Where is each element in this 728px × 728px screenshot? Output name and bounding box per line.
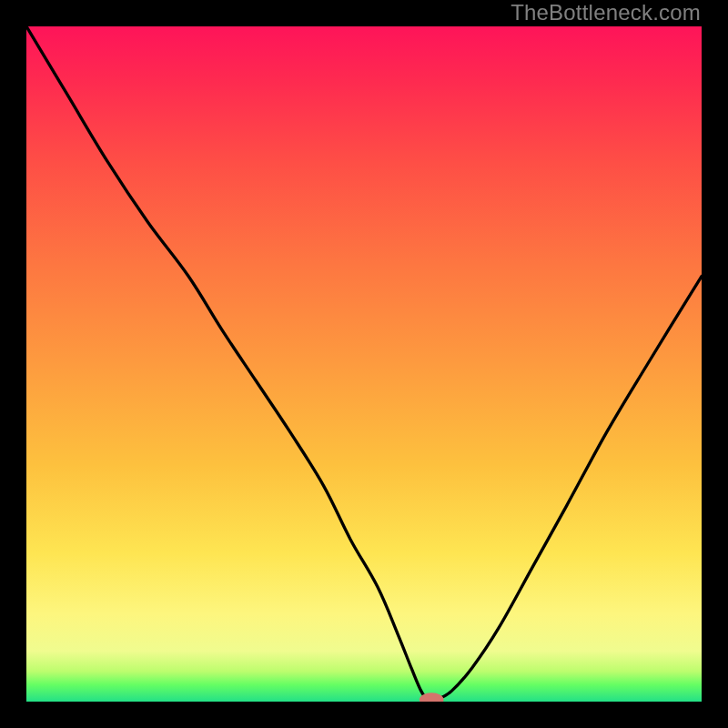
gradient-background: [26, 26, 702, 702]
bottleneck-chart: [26, 26, 702, 702]
watermark-text: TheBottleneck.com: [511, 0, 701, 25]
plot-area: [26, 26, 702, 702]
chart-frame: TheBottleneck.com: [0, 0, 728, 728]
